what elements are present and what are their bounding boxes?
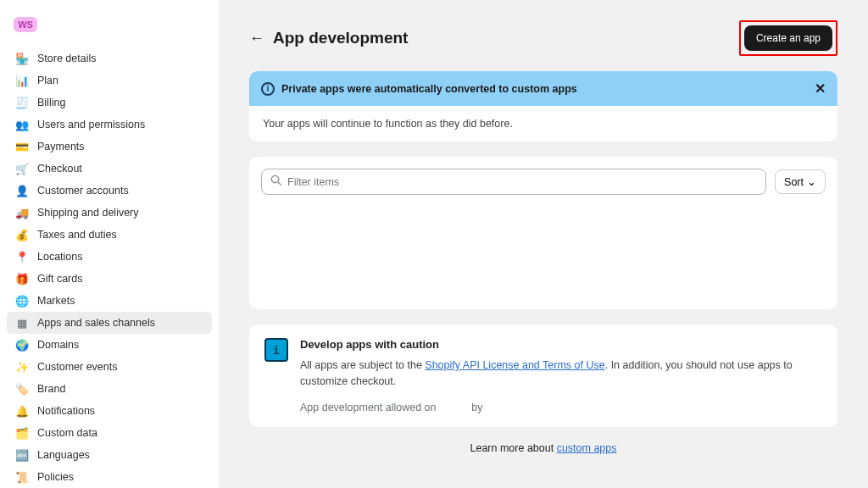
sidebar-item-label: Languages <box>37 450 90 461</box>
workspace-badge[interactable]: WS <box>14 17 37 32</box>
sidebar-item-label: Policies <box>37 472 74 483</box>
sidebar-item-payments[interactable]: 💳Payments <box>7 136 212 158</box>
sidebar-item-checkout[interactable]: 🛒Checkout <box>7 158 212 180</box>
svg-point-0 <box>271 175 278 182</box>
language-icon: 🔤 <box>15 448 29 462</box>
banner-card: i Private apps were automatically conver… <box>249 71 837 141</box>
caution-text: All apps are subject to the Shopify API … <box>300 358 822 390</box>
sidebar-item-plan[interactable]: 📊Plan <box>7 69 212 92</box>
sidebar-item-label: Shipping and delivery <box>37 208 139 219</box>
info-icon: i <box>261 82 275 96</box>
sidebar-item-policies[interactable]: 📜Policies <box>7 466 212 488</box>
back-arrow-icon[interactable]: ← <box>249 30 264 47</box>
sidebar-item-label: Notifications <box>37 406 95 417</box>
gift-icon: 🎁 <box>15 272 29 286</box>
sidebar-item-gift-cards[interactable]: 🎁Gift cards <box>7 268 212 290</box>
sidebar-nav: 🏪Store details 📊Plan 🧾Billing 👥Users and… <box>0 47 219 488</box>
caution-prefix: All apps are subject to the <box>300 359 425 371</box>
users-icon: 👥 <box>15 118 29 131</box>
brand-icon: 🏷️ <box>15 382 29 396</box>
sidebar-item-label: Payments <box>37 141 85 152</box>
sidebar-item-custom-data[interactable]: 🗂️Custom data <box>7 422 212 444</box>
sidebar-item-taxes[interactable]: 💰Taxes and duties <box>7 224 212 246</box>
filter-input-wrap[interactable] <box>261 169 766 195</box>
caution-allowed-prefix: App development allowed on <box>300 402 437 413</box>
search-icon <box>270 175 282 189</box>
caution-meta: App development allowed on by <box>300 402 822 413</box>
custom-apps-link[interactable]: custom apps <box>557 442 617 454</box>
money-icon: 💰 <box>15 228 29 241</box>
receipt-icon: 🧾 <box>15 96 29 109</box>
apps-icon: ▦ <box>15 316 29 330</box>
chart-icon: 📊 <box>15 74 29 87</box>
chevron-down-icon: ⌄ <box>807 175 816 188</box>
cart-icon: 🛒 <box>15 162 29 175</box>
policy-icon: 📜 <box>15 470 29 484</box>
create-highlight: Create an app <box>739 20 837 56</box>
globe-icon: 🌐 <box>15 294 29 308</box>
sidebar-item-label: Brand <box>37 384 65 395</box>
sidebar-item-apps[interactable]: ▦Apps and sales channels <box>7 312 212 334</box>
sidebar-item-domains[interactable]: 🌍Domains <box>7 334 212 356</box>
card-icon: 💳 <box>15 140 29 153</box>
sidebar-item-label: Checkout <box>37 164 82 175</box>
banner-body: Your apps will continue to function as t… <box>249 106 837 141</box>
caution-allowed-by: by <box>471 402 482 413</box>
page-title: App development <box>273 29 408 47</box>
truck-icon: 🚚 <box>15 206 29 219</box>
info-banner: i Private apps were automatically conver… <box>249 71 837 106</box>
data-icon: 🗂️ <box>15 426 29 440</box>
sidebar-item-label: Customer events <box>37 362 117 373</box>
bell-icon: 🔔 <box>15 404 29 418</box>
sidebar-item-label: Custom data <box>37 428 97 439</box>
sidebar-item-label: Locations <box>37 252 83 263</box>
domain-icon: 🌍 <box>15 338 29 352</box>
sidebar-item-billing[interactable]: 🧾Billing <box>7 92 212 114</box>
create-app-button[interactable]: Create an app <box>744 25 832 51</box>
caution-icon: i <box>264 338 288 362</box>
sort-label: Sort <box>784 176 804 188</box>
api-license-link[interactable]: Shopify API License and Terms of Use <box>425 359 604 371</box>
sidebar-item-locations[interactable]: 📍Locations <box>7 246 212 268</box>
sidebar-item-customer-accounts[interactable]: 👤Customer accounts <box>7 180 212 202</box>
svg-line-1 <box>278 182 281 186</box>
close-icon[interactable]: ✕ <box>815 80 826 97</box>
person-icon: 👤 <box>15 184 29 197</box>
banner-message: Private apps were automatically converte… <box>281 83 808 95</box>
sidebar-item-markets[interactable]: 🌐Markets <box>7 290 212 312</box>
sidebar-item-label: Billing <box>37 97 65 108</box>
page-header: ← App development Create an app <box>249 20 837 56</box>
sidebar-item-label: Users and permissions <box>37 119 145 130</box>
sidebar-item-label: Plan <box>37 75 58 86</box>
sidebar-item-shipping[interactable]: 🚚Shipping and delivery <box>7 202 212 224</box>
sidebar-item-users[interactable]: 👥Users and permissions <box>7 114 212 136</box>
sidebar-item-label: Domains <box>37 340 79 351</box>
sidebar-item-customer-events[interactable]: ✨Customer events <box>7 356 212 378</box>
events-icon: ✨ <box>15 360 29 374</box>
caution-card: i Develop apps with caution All apps are… <box>249 324 837 427</box>
sidebar-item-label: Store details <box>37 53 96 64</box>
sidebar: WS 🏪Store details 📊Plan 🧾Billing 👥Users … <box>0 0 219 488</box>
sidebar-item-label: Apps and sales channels <box>37 318 155 329</box>
pin-icon: 📍 <box>15 250 29 263</box>
filter-card: Sort ⌄ <box>249 157 837 309</box>
filter-input[interactable] <box>287 176 757 188</box>
learn-more-prefix: Learn more about <box>470 442 556 454</box>
sidebar-item-languages[interactable]: 🔤Languages <box>7 444 212 466</box>
main-content: ← App development Create an app i Privat… <box>219 0 868 488</box>
learn-more: Learn more about custom apps <box>249 442 837 454</box>
sort-button[interactable]: Sort ⌄ <box>775 169 826 194</box>
sidebar-item-label: Taxes and duties <box>37 230 117 241</box>
sidebar-item-label: Markets <box>37 296 75 307</box>
sidebar-item-store-details[interactable]: 🏪Store details <box>7 47 212 69</box>
caution-title: Develop apps with caution <box>300 338 822 351</box>
sidebar-item-notifications[interactable]: 🔔Notifications <box>7 400 212 422</box>
sidebar-item-label: Customer accounts <box>37 186 129 197</box>
sidebar-item-brand[interactable]: 🏷️Brand <box>7 378 212 400</box>
sidebar-item-label: Gift cards <box>37 274 83 285</box>
store-icon: 🏪 <box>15 52 29 65</box>
